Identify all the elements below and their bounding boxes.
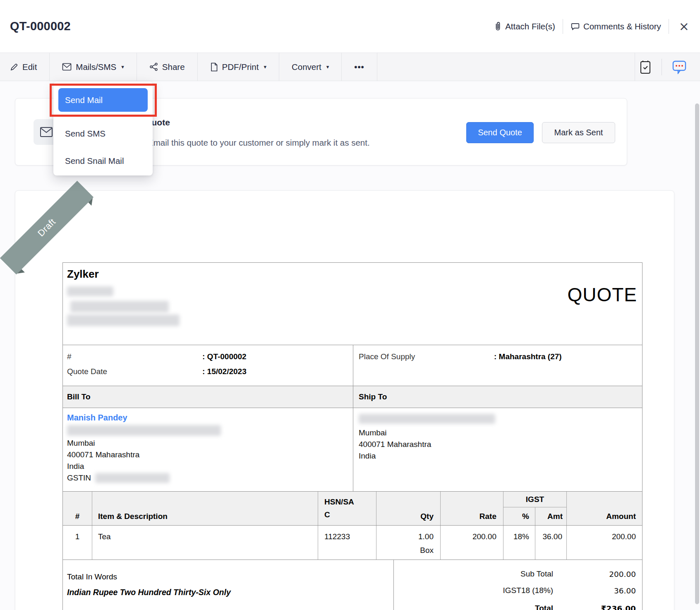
cell-qty-unit: Box xyxy=(376,543,434,557)
pdf-print-button[interactable]: PDF/Print ▾ xyxy=(198,53,279,81)
cell-item: Tea xyxy=(92,526,318,560)
chevron-down-icon: ▾ xyxy=(264,64,266,70)
header-divider xyxy=(563,19,563,34)
mails-sms-button[interactable]: Mails/SMS ▾ xyxy=(50,53,137,81)
cell-index: 1 xyxy=(63,526,92,560)
quote-number-label: # xyxy=(67,352,202,361)
table-row: 1 Tea 112233 1.00 Box 200.00 18% 36.00 2… xyxy=(63,526,642,560)
pdf-icon xyxy=(210,62,218,72)
header-actions: Attach File(s) Comments & History × xyxy=(494,19,692,34)
subtotal-value: 200.00 xyxy=(553,570,642,579)
toolbar-divider xyxy=(662,59,662,75)
quote-details-left: # : QT-000002 Quote Date : 15/02/2023 xyxy=(63,345,353,386)
cell-hsn: 112233 xyxy=(318,526,376,560)
company-name: Zylker xyxy=(67,268,99,281)
quote-document: Zylker QUOTE # : QT-000002 Quote Date : … xyxy=(62,262,642,610)
mark-as-sent-button[interactable]: Mark as Sent xyxy=(542,122,615,143)
col-item-description: Item & Description xyxy=(92,492,318,525)
share-icon xyxy=(149,62,158,71)
chat-dots-icon[interactable] xyxy=(668,60,691,74)
share-button[interactable]: Share xyxy=(137,53,198,81)
more-actions-button[interactable]: ••• xyxy=(342,53,377,81)
pencil-icon xyxy=(10,62,18,71)
igst-group-label: IGST xyxy=(503,492,566,507)
redacted-address-line xyxy=(67,425,221,436)
quote-details-row: # : QT-000002 Quote Date : 15/02/2023 Pl… xyxy=(63,345,642,386)
col-amount: Amount xyxy=(567,492,642,525)
col-index: # xyxy=(63,492,92,525)
menu-item-send-snail-mail[interactable]: Send Snail Mail xyxy=(58,151,148,171)
page-title: QT-000002 xyxy=(10,19,71,33)
totals-breakdown: Sub Total 200.00 IGST18 (18%) 36.00 Tota… xyxy=(394,560,642,610)
address-bodies: Manish Pandey Mumbai 400071 Maharashtra … xyxy=(63,408,642,491)
envelope-icon xyxy=(40,127,53,137)
items-table-header: # Item & Description HSN/SAC Qty Rate IG… xyxy=(63,491,642,526)
bill-country: India xyxy=(67,461,353,472)
place-of-supply-label: Place Of Supply xyxy=(359,352,494,361)
subtotal-row: Sub Total 200.00 xyxy=(394,566,642,582)
cell-igst-amount: 36.00 xyxy=(535,526,567,560)
redacted-address-line xyxy=(67,315,180,326)
cell-qty: 1.00 Box xyxy=(376,526,441,560)
cell-rate: 200.00 xyxy=(441,526,503,560)
total-in-words-label: Total In Words xyxy=(67,572,393,581)
toolbar-right-icons xyxy=(635,53,700,81)
comments-history-button[interactable]: Comments & History xyxy=(571,22,661,31)
edit-button[interactable]: Edit xyxy=(0,53,50,81)
chevron-down-icon: ▾ xyxy=(326,64,329,70)
igst-row: IGST18 (18%) 36.00 xyxy=(394,582,642,599)
quote-details-right: Place Of Supply : Maharashtra (27) xyxy=(353,345,642,386)
ship-to-address: Mumbai 400071 Maharashtra India xyxy=(353,408,642,491)
attach-files-button[interactable]: Attach File(s) xyxy=(494,22,555,31)
col-igst-percent: % xyxy=(503,507,535,525)
total-row: Total ₹236.00 xyxy=(394,599,642,610)
menu-item-send-mail[interactable]: Send Mail xyxy=(58,88,148,112)
bill-city: Mumbai xyxy=(67,437,353,449)
quote-date-label: Quote Date xyxy=(67,367,202,376)
col-rate: Rate xyxy=(441,492,503,525)
totals-section: Total In Words Indian Rupee Two Hundred … xyxy=(63,560,642,610)
envelope-icon xyxy=(62,63,72,71)
redacted-address-line xyxy=(70,301,169,312)
bill-gstin: GSTIN xyxy=(67,472,353,484)
redacted-address-line xyxy=(359,414,495,424)
quote-date-value: : 15/02/2023 xyxy=(202,367,247,376)
header-divider xyxy=(669,19,669,34)
bill-region: 400071 Maharashtra xyxy=(67,449,353,461)
chevron-down-icon: ▾ xyxy=(121,64,124,70)
doc-header: Zylker QUOTE xyxy=(63,263,642,345)
toolbar-spacer xyxy=(377,53,635,81)
quote-document-card: Draft Zylker QUOTE # : QT-000002 Quote D… xyxy=(15,190,674,610)
igst-value: 36.00 xyxy=(553,586,642,595)
doc-type-title: QUOTE xyxy=(567,283,637,306)
close-icon[interactable]: × xyxy=(676,20,692,33)
col-hsn-sac: HSN/SAC xyxy=(318,492,376,525)
address-headings: Bill To Ship To xyxy=(63,386,642,408)
comment-icon xyxy=(571,22,580,31)
vertical-scrollbar[interactable] xyxy=(695,103,699,604)
toolbar: Edit Mails/SMS ▾ Share PDF/Print ▾ xyxy=(0,53,700,81)
igst-label: IGST18 (18%) xyxy=(394,586,553,595)
draft-status-ribbon: Draft xyxy=(0,181,93,274)
total-label: Total xyxy=(394,604,553,610)
cell-igst-percent: 18% xyxy=(503,526,535,560)
customer-name-link[interactable]: Manish Pandey xyxy=(67,413,127,423)
convert-button[interactable]: Convert ▾ xyxy=(279,53,342,81)
paperclip-icon xyxy=(494,22,502,31)
place-of-supply-value: : Maharashtra (27) xyxy=(494,352,562,361)
total-value: ₹236.00 xyxy=(553,604,642,610)
ship-to-heading: Ship To xyxy=(353,386,642,408)
ship-country: India xyxy=(359,450,642,462)
redacted-address-line xyxy=(67,286,113,296)
top-header: QT-000002 Attach File(s) Comments & Hist… xyxy=(0,0,700,53)
bill-to-address: Manish Pandey Mumbai 400071 Maharashtra … xyxy=(63,408,353,491)
send-quote-button[interactable]: Send Quote xyxy=(466,122,534,143)
ship-region: 400071 Maharashtra xyxy=(359,439,642,450)
total-in-words: Total In Words Indian Rupee Two Hundred … xyxy=(63,560,394,610)
ship-city: Mumbai xyxy=(359,427,642,439)
draft-label: Draft xyxy=(36,216,58,239)
menu-item-send-sms[interactable]: Send SMS xyxy=(58,124,148,144)
col-igst-amount: Amt xyxy=(535,507,567,525)
subtotal-label: Sub Total xyxy=(394,569,553,579)
tasks-clipboard-icon[interactable] xyxy=(635,60,656,74)
